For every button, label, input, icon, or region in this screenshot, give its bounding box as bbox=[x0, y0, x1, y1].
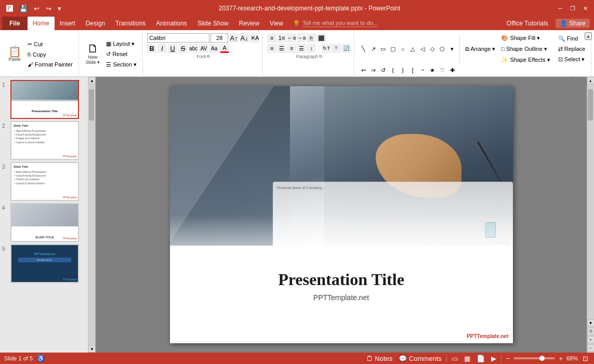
right-scroll-down-arrow[interactable]: ▼ bbox=[587, 319, 595, 327]
tab-review[interactable]: Review bbox=[234, 17, 265, 30]
italic-button[interactable]: I bbox=[157, 44, 167, 53]
shape-heart[interactable]: ♡ bbox=[438, 65, 447, 75]
office-tutorials-btn[interactable]: Office Tutorials bbox=[503, 19, 552, 28]
replace-button[interactable]: ⇄ Replace bbox=[556, 44, 588, 54]
minimize-btn[interactable]: ─ bbox=[556, 4, 565, 13]
normal-view-button[interactable]: ▭ bbox=[450, 355, 459, 362]
shape-ribbon[interactable]: { bbox=[388, 65, 398, 75]
slide-sorter-button[interactable]: ▦ bbox=[463, 355, 472, 362]
select-button[interactable]: ⊡ Select ▾ bbox=[556, 55, 588, 64]
shadow-button[interactable]: abc bbox=[189, 44, 198, 53]
slide-canvas[interactable]: Financial plans of Company... — — — — — … bbox=[170, 86, 513, 343]
zoom-slider[interactable] bbox=[513, 357, 555, 359]
reading-view-button[interactable]: 📄 bbox=[475, 355, 486, 362]
save-btn[interactable]: 💾 bbox=[17, 4, 30, 14]
new-slide-button[interactable]: 🗋 NewSlide ▾ bbox=[83, 42, 103, 66]
shape-circle[interactable]: ○ bbox=[398, 45, 407, 54]
justify-button[interactable]: ☰ bbox=[297, 44, 306, 53]
zoom-up-btn[interactable]: + bbox=[587, 336, 595, 343]
slide-img-1[interactable]: Presentation Title PPTemplate bbox=[10, 80, 79, 119]
slide-thumb-5[interactable]: 5 PPTTemplate.net Research & Dev PPTempl… bbox=[2, 244, 86, 283]
font-color-button[interactable]: A bbox=[220, 44, 229, 53]
align-text-btn[interactable]: ⊤ bbox=[332, 44, 341, 53]
align-right-button[interactable]: ≡ bbox=[287, 44, 296, 53]
slideshow-button[interactable]: ▶ bbox=[490, 355, 498, 362]
right-scroll-track[interactable] bbox=[587, 84, 594, 319]
shape-fill-button[interactable]: 🎨 Shape Fill ▾ bbox=[498, 33, 552, 43]
shape-rect[interactable]: ▭ bbox=[378, 45, 388, 54]
shape-bent-arrow[interactable]: ↩ bbox=[359, 65, 368, 75]
fit-slide-button[interactable]: ⊡ bbox=[581, 355, 590, 362]
reset-button[interactable]: ↺ Reset bbox=[103, 49, 139, 59]
zoom-out-button[interactable]: − bbox=[505, 355, 512, 362]
increase-indent-button[interactable]: →≡ bbox=[297, 33, 306, 43]
text-direction-btn[interactable]: ↻T bbox=[322, 44, 331, 53]
customize-btn[interactable]: ▾ bbox=[56, 4, 63, 14]
zoom-down-btn[interactable]: − bbox=[587, 344, 595, 352]
tab-transitions[interactable]: Transitions bbox=[110, 17, 151, 30]
notes-button[interactable]: 🗒 Notes bbox=[365, 355, 394, 362]
shape-more[interactable]: ▾ bbox=[447, 45, 457, 54]
font-size-input[interactable] bbox=[210, 33, 228, 43]
tab-slideshow[interactable]: Slide Show bbox=[192, 17, 234, 30]
smart-art-btn[interactable]: ⎘ bbox=[307, 33, 316, 43]
slide-img-5[interactable]: PPTTemplate.net Research & Dev PPTemplat… bbox=[10, 244, 79, 283]
shape-rounded-rect[interactable]: ▢ bbox=[388, 45, 398, 54]
slide-img-3[interactable]: Slide Title • Make Effective Presentatio… bbox=[10, 162, 79, 201]
scroll-track[interactable] bbox=[88, 84, 95, 345]
search-bar[interactable]: Tell me what you want to do... bbox=[302, 20, 378, 27]
tab-animations[interactable]: Animations bbox=[151, 17, 192, 30]
shape-triangle[interactable]: △ bbox=[408, 45, 417, 54]
bold-button[interactable]: B bbox=[147, 44, 156, 53]
shape-brace[interactable]: } bbox=[398, 65, 407, 75]
shape-outline-button[interactable]: □ Shape Outline ▾ bbox=[498, 44, 552, 54]
shape-cross[interactable]: ✚ bbox=[447, 65, 457, 75]
increase-font-btn[interactable]: A↑ bbox=[229, 33, 239, 43]
columns-btn[interactable]: ⬛ bbox=[316, 33, 326, 43]
restore-btn[interactable]: ❐ bbox=[568, 4, 577, 13]
tab-home[interactable]: Home bbox=[28, 17, 55, 30]
decrease-font-btn[interactable]: A↓ bbox=[240, 33, 249, 43]
clear-format-btn[interactable]: ✕A bbox=[250, 33, 259, 43]
bullets-button[interactable]: ≡ bbox=[267, 33, 276, 43]
shape-line[interactable]: ╲ bbox=[359, 45, 368, 54]
redo-btn[interactable]: ↪ bbox=[44, 4, 54, 14]
slide-img-2[interactable]: Slide Title • Make Effective Presentatio… bbox=[10, 121, 79, 160]
slide-thumb-1[interactable]: 1 Presentation Title PPTemplate bbox=[2, 80, 86, 119]
underline-button[interactable]: U bbox=[168, 44, 177, 53]
shape-diamond[interactable]: ◇ bbox=[428, 45, 437, 54]
shape-wave[interactable]: ~ bbox=[418, 65, 427, 75]
ribbon-collapse-button[interactable]: ▲ bbox=[585, 32, 592, 40]
shape-pentagon[interactable]: ⬠ bbox=[438, 45, 447, 54]
slide-thumb-4[interactable]: 4 SLIDE TITLE PPTemplate bbox=[2, 203, 86, 242]
paste-button[interactable]: 📋 Paste bbox=[5, 45, 24, 63]
font-size-btn2[interactable]: Aa bbox=[209, 44, 219, 53]
app-icon[interactable]: 🅿 bbox=[4, 4, 15, 14]
font-name-input[interactable] bbox=[147, 33, 209, 43]
strikethrough-button[interactable]: S bbox=[178, 44, 188, 53]
fit-page-btn[interactable]: ⊡ bbox=[587, 328, 595, 335]
paragraph-expand-icon[interactable]: ⧉ bbox=[319, 54, 322, 59]
share-btn[interactable]: 👤 Share bbox=[556, 19, 590, 28]
tab-view[interactable]: View bbox=[265, 17, 288, 30]
shape-arrow[interactable]: ↗ bbox=[368, 45, 378, 54]
copy-button[interactable]: ⎘ Copy bbox=[25, 50, 75, 59]
close-btn[interactable]: ✕ bbox=[580, 4, 590, 13]
section-button[interactable]: ☰ Section ▾ bbox=[103, 60, 139, 70]
shape-effects-button[interactable]: ✨ Shape Effects ▾ bbox=[498, 55, 552, 65]
decrease-indent-button[interactable]: ←≡ bbox=[287, 33, 296, 43]
center-button[interactable]: ☰ bbox=[277, 44, 286, 53]
char-spacing-button[interactable]: AV bbox=[199, 44, 208, 53]
tab-insert[interactable]: Insert bbox=[55, 17, 81, 30]
slide-img-4[interactable]: SLIDE TITLE PPTemplate bbox=[10, 203, 79, 242]
undo-btn[interactable]: ↩ bbox=[32, 4, 42, 14]
align-left-button[interactable]: ≡ bbox=[267, 44, 276, 53]
tab-design[interactable]: Design bbox=[81, 17, 110, 30]
cut-button[interactable]: ✂ Cut bbox=[25, 39, 75, 49]
smartart-convert-btn[interactable]: 🔄 bbox=[341, 44, 351, 53]
font-expand-icon[interactable]: ⧉ bbox=[207, 54, 210, 59]
scroll-down-arrow[interactable]: ▼ bbox=[88, 345, 96, 353]
canvas-area[interactable]: Financial plans of Company... — — — — — … bbox=[96, 77, 587, 353]
shape-bracket[interactable]: [ bbox=[408, 65, 417, 75]
zoom-in-button[interactable]: + bbox=[557, 355, 564, 362]
